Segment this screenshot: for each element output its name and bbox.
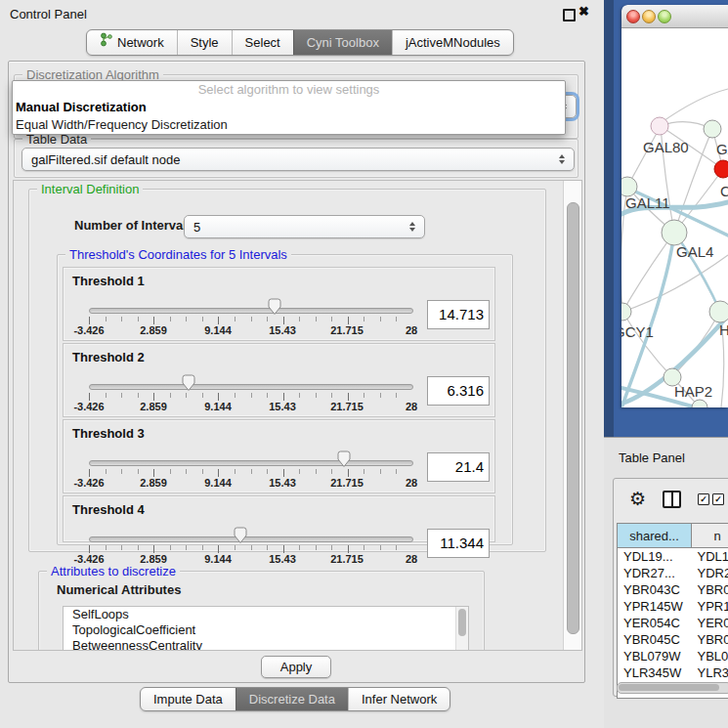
apply-button[interactable]: Apply <box>261 656 331 678</box>
gear-icon[interactable]: ⚙ <box>629 490 646 509</box>
table-row[interactable]: YDR27...YDR2 <box>618 565 728 581</box>
node-label: GCY1 <box>621 323 654 340</box>
tab-network[interactable]: Network <box>87 30 177 55</box>
network-canvas[interactable]: GAL80 GA GAL11 GAL4 GCY1 C H HAP2 <box>621 28 728 407</box>
slider-track[interactable] <box>89 384 413 390</box>
column-header-name[interactable]: n <box>692 524 728 548</box>
cell[interactable]: YBR0 <box>692 631 728 648</box>
float-window-icon[interactable] <box>563 9 576 21</box>
number-of-intervals-combobox[interactable]: 5 <box>184 215 425 238</box>
slider-track[interactable] <box>89 460 413 466</box>
table-row[interactable]: YBR045CYBR0 <box>618 631 728 648</box>
tab-discretize-data[interactable]: Discretize Data <box>236 688 348 710</box>
cell[interactable]: YLR3 <box>692 664 728 681</box>
list-item[interactable]: TopologicalCoefficient <box>64 622 468 638</box>
vertical-scrollbar-thumb[interactable] <box>567 202 579 634</box>
tab-impute-data[interactable]: Impute Data <box>141 688 236 710</box>
cell[interactable]: YBR0 <box>692 581 728 598</box>
table-data-combobox[interactable]: galFiltered.sif default node <box>21 148 575 171</box>
tick-label: -3.426 <box>73 401 104 412</box>
zoom-traffic-light-icon[interactable] <box>658 10 671 23</box>
slider-thumb[interactable] <box>181 374 196 395</box>
table-toolbar: ⚙ ✓ ✓ <box>614 479 728 520</box>
slider-track[interactable] <box>89 536 413 542</box>
cell[interactable]: YER0 <box>692 615 728 631</box>
slider-thumb[interactable] <box>336 450 352 471</box>
cell[interactable]: YBL0 <box>692 648 728 664</box>
checkbox-icon[interactable]: ✓ <box>698 493 709 505</box>
node-label: GAL80 <box>643 139 689 155</box>
cell[interactable]: YPR1 <box>692 598 728 615</box>
cell[interactable]: YDR2 <box>692 565 728 581</box>
threshold-3-panel: Threshold 3 -3.426 2.859 9.144 15.43 21.… <box>63 419 495 493</box>
table-row[interactable]: YLR345WYLR3 <box>618 664 728 681</box>
close-icon[interactable]: ✖ <box>578 4 589 19</box>
threshold-2-slider[interactable]: -3.426 2.859 9.144 15.43 21.715 28 <box>89 380 411 413</box>
cell[interactable]: YDL19... <box>618 548 692 566</box>
cell[interactable]: YER054C <box>618 615 692 631</box>
tab-discretize-label: Discretize Data <box>249 688 335 710</box>
tab-cyni-toolbox[interactable]: Cyni Toolbox <box>293 30 392 55</box>
column-header-shared[interactable]: shared... <box>618 524 692 548</box>
cell[interactable]: YBR045C <box>618 631 692 648</box>
table-panel-title: Table Panel <box>619 450 685 465</box>
threshold-2-value-field[interactable]: 6.316 <box>427 376 490 406</box>
network-window-titlebar[interactable] <box>621 5 728 28</box>
horizontal-scrollbar-thumb[interactable] <box>619 684 719 691</box>
threshold-4-value-field[interactable]: 11.344 <box>427 529 490 558</box>
dropdown-option-equal-width[interactable]: Equal Width/Frequency Discretization <box>13 116 565 134</box>
list-scrollbar[interactable] <box>455 607 468 651</box>
dropdown-option-manual[interactable]: Manual Discretization <box>13 99 565 116</box>
threshold-1-panel: Threshold 1 -3.426 2.859 9.144 15.43 21.… <box>63 267 495 341</box>
node-red-selected[interactable] <box>714 160 728 178</box>
vertical-scrollbar[interactable] <box>563 181 581 650</box>
tick-label: 2.859 <box>140 401 167 412</box>
tab-jactivemnodules[interactable]: jActiveMNodules <box>392 30 513 55</box>
cell[interactable]: YPR145W <box>618 598 692 615</box>
threshold-2-panel: Threshold 2 -3.426 2.859 9.144 15.43 21.… <box>63 343 495 417</box>
tick-label: 2.859 <box>140 324 167 336</box>
tab-style-label: Style <box>191 30 219 55</box>
list-item[interactable]: SelfLoops <box>64 607 468 622</box>
tab-style[interactable]: Style <box>177 30 232 55</box>
tab-cyni-label: Cyni Toolbox <box>307 30 379 55</box>
tab-infer-network[interactable]: Infer Network <box>348 688 450 710</box>
table-row[interactable]: YDL19...YDL1 <box>618 548 728 566</box>
cell[interactable]: YDR27... <box>618 565 692 581</box>
minimize-traffic-light-icon[interactable] <box>642 10 656 23</box>
threshold-1-value-field[interactable]: 14.713 <box>427 300 490 329</box>
dropdown-prompt-item[interactable]: Select algorithm to view settings <box>13 81 565 99</box>
slider-thumb[interactable] <box>233 527 248 547</box>
tab-select[interactable]: Select <box>232 30 293 55</box>
threshold-1-slider[interactable]: -3.426 2.859 9.144 15.43 21.715 28 <box>89 304 411 337</box>
tab-impute-label: Impute Data <box>153 688 223 710</box>
threshold-3-slider[interactable]: -3.426 2.859 9.144 15.43 21.715 28 <box>89 456 411 490</box>
cell[interactable]: YBR043C <box>618 581 692 598</box>
close-traffic-light-icon[interactable] <box>626 10 640 23</box>
threshold-4-slider[interactable]: -3.426 2.859 9.144 15.43 21.715 28 <box>89 533 411 566</box>
cell[interactable]: YLR345W <box>618 664 692 681</box>
table-row[interactable]: YPR145WYPR1 <box>618 598 728 615</box>
cell[interactable]: YDL1 <box>692 548 728 566</box>
horizontal-scrollbar[interactable] <box>617 682 728 694</box>
checkbox-icon[interactable]: ✓ <box>712 493 724 505</box>
slider-thumb[interactable] <box>267 298 282 319</box>
slider-track[interactable] <box>89 308 413 314</box>
node-label: HAP2 <box>674 383 712 400</box>
combo-arrows-icon <box>559 154 565 164</box>
interval-definition-group: Interval Definition Number of Intervals … <box>28 189 546 552</box>
thresholds-group-title: Threshold's Coordinates for 5 Intervals <box>65 247 291 262</box>
tick-label: 28 <box>406 324 417 336</box>
node-pink[interactable] <box>651 117 668 135</box>
table-header-row: shared... n <box>618 524 728 548</box>
slider-ticks <box>89 545 412 553</box>
tick-label: 15.43 <box>269 401 296 412</box>
cell[interactable]: YBL079W <box>618 648 692 664</box>
table-row[interactable]: YER054CYER0 <box>618 615 728 631</box>
list-item[interactable]: BetweennessCentrality <box>64 638 468 651</box>
table-row[interactable]: YBR043CYBR0 <box>618 581 728 598</box>
table-row[interactable]: YBL079WYBL0 <box>618 648 728 664</box>
threshold-3-value-field[interactable]: 21.4 <box>427 452 490 482</box>
node-label: GAL11 <box>625 194 670 211</box>
split-columns-icon[interactable] <box>663 491 681 508</box>
